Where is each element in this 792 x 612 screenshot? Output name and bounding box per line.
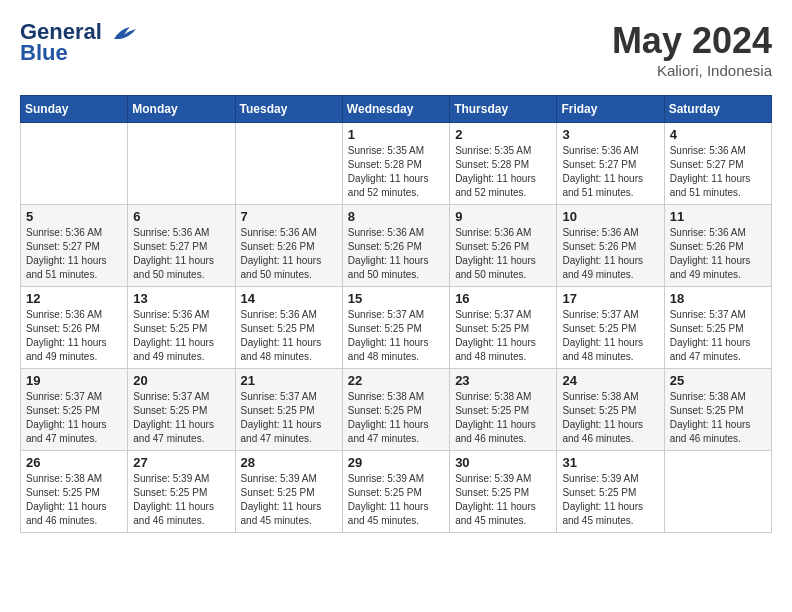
calendar-cell: 4Sunrise: 5:36 AM Sunset: 5:27 PM Daylig… (664, 123, 771, 205)
day-number: 16 (455, 291, 551, 306)
header-wednesday: Wednesday (342, 96, 449, 123)
header-thursday: Thursday (450, 96, 557, 123)
day-info: Sunrise: 5:37 AM Sunset: 5:25 PM Dayligh… (241, 390, 337, 446)
day-info: Sunrise: 5:36 AM Sunset: 5:27 PM Dayligh… (670, 144, 766, 200)
day-info: Sunrise: 5:36 AM Sunset: 5:27 PM Dayligh… (133, 226, 229, 282)
day-info: Sunrise: 5:38 AM Sunset: 5:25 PM Dayligh… (455, 390, 551, 446)
day-number: 24 (562, 373, 658, 388)
day-info: Sunrise: 5:39 AM Sunset: 5:25 PM Dayligh… (241, 472, 337, 528)
calendar-header-row: SundayMondayTuesdayWednesdayThursdayFrid… (21, 96, 772, 123)
calendar-cell: 21Sunrise: 5:37 AM Sunset: 5:25 PM Dayli… (235, 369, 342, 451)
calendar-week-2: 5Sunrise: 5:36 AM Sunset: 5:27 PM Daylig… (21, 205, 772, 287)
day-info: Sunrise: 5:36 AM Sunset: 5:25 PM Dayligh… (133, 308, 229, 364)
day-number: 5 (26, 209, 122, 224)
month-year-title: May 2024 (612, 20, 772, 62)
calendar-cell: 12Sunrise: 5:36 AM Sunset: 5:26 PM Dayli… (21, 287, 128, 369)
day-info: Sunrise: 5:37 AM Sunset: 5:25 PM Dayligh… (348, 308, 444, 364)
calendar-cell: 14Sunrise: 5:36 AM Sunset: 5:25 PM Dayli… (235, 287, 342, 369)
day-info: Sunrise: 5:36 AM Sunset: 5:26 PM Dayligh… (348, 226, 444, 282)
calendar-cell: 29Sunrise: 5:39 AM Sunset: 5:25 PM Dayli… (342, 451, 449, 533)
day-info: Sunrise: 5:36 AM Sunset: 5:27 PM Dayligh… (26, 226, 122, 282)
day-info: Sunrise: 5:39 AM Sunset: 5:25 PM Dayligh… (562, 472, 658, 528)
calendar-week-4: 19Sunrise: 5:37 AM Sunset: 5:25 PM Dayli… (21, 369, 772, 451)
header-saturday: Saturday (664, 96, 771, 123)
day-info: Sunrise: 5:36 AM Sunset: 5:26 PM Dayligh… (26, 308, 122, 364)
day-number: 4 (670, 127, 766, 142)
calendar-cell: 20Sunrise: 5:37 AM Sunset: 5:25 PM Dayli… (128, 369, 235, 451)
day-number: 26 (26, 455, 122, 470)
day-number: 17 (562, 291, 658, 306)
day-info: Sunrise: 5:37 AM Sunset: 5:25 PM Dayligh… (670, 308, 766, 364)
calendar-cell: 28Sunrise: 5:39 AM Sunset: 5:25 PM Dayli… (235, 451, 342, 533)
day-number: 6 (133, 209, 229, 224)
calendar-cell: 26Sunrise: 5:38 AM Sunset: 5:25 PM Dayli… (21, 451, 128, 533)
page-header: General Blue May 2024 Kaliori, Indonesia (20, 20, 772, 79)
day-number: 31 (562, 455, 658, 470)
logo-bird-icon (110, 21, 138, 45)
day-info: Sunrise: 5:38 AM Sunset: 5:25 PM Dayligh… (26, 472, 122, 528)
day-info: Sunrise: 5:36 AM Sunset: 5:26 PM Dayligh… (241, 226, 337, 282)
calendar-cell: 1Sunrise: 5:35 AM Sunset: 5:28 PM Daylig… (342, 123, 449, 205)
calendar-cell: 13Sunrise: 5:36 AM Sunset: 5:25 PM Dayli… (128, 287, 235, 369)
day-info: Sunrise: 5:38 AM Sunset: 5:25 PM Dayligh… (348, 390, 444, 446)
day-number: 25 (670, 373, 766, 388)
header-friday: Friday (557, 96, 664, 123)
day-info: Sunrise: 5:38 AM Sunset: 5:25 PM Dayligh… (670, 390, 766, 446)
calendar-cell: 6Sunrise: 5:36 AM Sunset: 5:27 PM Daylig… (128, 205, 235, 287)
day-number: 19 (26, 373, 122, 388)
header-sunday: Sunday (21, 96, 128, 123)
calendar-cell: 15Sunrise: 5:37 AM Sunset: 5:25 PM Dayli… (342, 287, 449, 369)
calendar-cell: 18Sunrise: 5:37 AM Sunset: 5:25 PM Dayli… (664, 287, 771, 369)
calendar-cell: 31Sunrise: 5:39 AM Sunset: 5:25 PM Dayli… (557, 451, 664, 533)
logo: General Blue (20, 20, 138, 65)
header-tuesday: Tuesday (235, 96, 342, 123)
day-number: 1 (348, 127, 444, 142)
calendar-cell: 25Sunrise: 5:38 AM Sunset: 5:25 PM Dayli… (664, 369, 771, 451)
day-info: Sunrise: 5:39 AM Sunset: 5:25 PM Dayligh… (455, 472, 551, 528)
day-number: 13 (133, 291, 229, 306)
calendar-cell: 2Sunrise: 5:35 AM Sunset: 5:28 PM Daylig… (450, 123, 557, 205)
day-number: 11 (670, 209, 766, 224)
header-monday: Monday (128, 96, 235, 123)
day-number: 27 (133, 455, 229, 470)
calendar-cell: 16Sunrise: 5:37 AM Sunset: 5:25 PM Dayli… (450, 287, 557, 369)
day-number: 28 (241, 455, 337, 470)
calendar-week-5: 26Sunrise: 5:38 AM Sunset: 5:25 PM Dayli… (21, 451, 772, 533)
calendar-cell (664, 451, 771, 533)
calendar-cell: 17Sunrise: 5:37 AM Sunset: 5:25 PM Dayli… (557, 287, 664, 369)
calendar-cell: 23Sunrise: 5:38 AM Sunset: 5:25 PM Dayli… (450, 369, 557, 451)
day-number: 10 (562, 209, 658, 224)
day-info: Sunrise: 5:38 AM Sunset: 5:25 PM Dayligh… (562, 390, 658, 446)
calendar-week-1: 1Sunrise: 5:35 AM Sunset: 5:28 PM Daylig… (21, 123, 772, 205)
day-number: 21 (241, 373, 337, 388)
day-number: 30 (455, 455, 551, 470)
calendar-cell (235, 123, 342, 205)
day-number: 15 (348, 291, 444, 306)
day-number: 2 (455, 127, 551, 142)
day-info: Sunrise: 5:37 AM Sunset: 5:25 PM Dayligh… (562, 308, 658, 364)
calendar-table: SundayMondayTuesdayWednesdayThursdayFrid… (20, 95, 772, 533)
day-info: Sunrise: 5:37 AM Sunset: 5:25 PM Dayligh… (455, 308, 551, 364)
day-number: 8 (348, 209, 444, 224)
calendar-cell: 27Sunrise: 5:39 AM Sunset: 5:25 PM Dayli… (128, 451, 235, 533)
calendar-cell: 19Sunrise: 5:37 AM Sunset: 5:25 PM Dayli… (21, 369, 128, 451)
calendar-cell: 11Sunrise: 5:36 AM Sunset: 5:26 PM Dayli… (664, 205, 771, 287)
calendar-cell: 7Sunrise: 5:36 AM Sunset: 5:26 PM Daylig… (235, 205, 342, 287)
calendar-cell: 22Sunrise: 5:38 AM Sunset: 5:25 PM Dayli… (342, 369, 449, 451)
day-info: Sunrise: 5:36 AM Sunset: 5:25 PM Dayligh… (241, 308, 337, 364)
day-info: Sunrise: 5:35 AM Sunset: 5:28 PM Dayligh… (455, 144, 551, 200)
day-number: 14 (241, 291, 337, 306)
day-info: Sunrise: 5:37 AM Sunset: 5:25 PM Dayligh… (26, 390, 122, 446)
calendar-cell: 24Sunrise: 5:38 AM Sunset: 5:25 PM Dayli… (557, 369, 664, 451)
location-subtitle: Kaliori, Indonesia (612, 62, 772, 79)
day-info: Sunrise: 5:39 AM Sunset: 5:25 PM Dayligh… (348, 472, 444, 528)
day-number: 9 (455, 209, 551, 224)
day-info: Sunrise: 5:35 AM Sunset: 5:28 PM Dayligh… (348, 144, 444, 200)
day-number: 29 (348, 455, 444, 470)
day-number: 18 (670, 291, 766, 306)
day-info: Sunrise: 5:36 AM Sunset: 5:27 PM Dayligh… (562, 144, 658, 200)
day-info: Sunrise: 5:39 AM Sunset: 5:25 PM Dayligh… (133, 472, 229, 528)
day-number: 20 (133, 373, 229, 388)
calendar-cell: 10Sunrise: 5:36 AM Sunset: 5:26 PM Dayli… (557, 205, 664, 287)
day-number: 12 (26, 291, 122, 306)
